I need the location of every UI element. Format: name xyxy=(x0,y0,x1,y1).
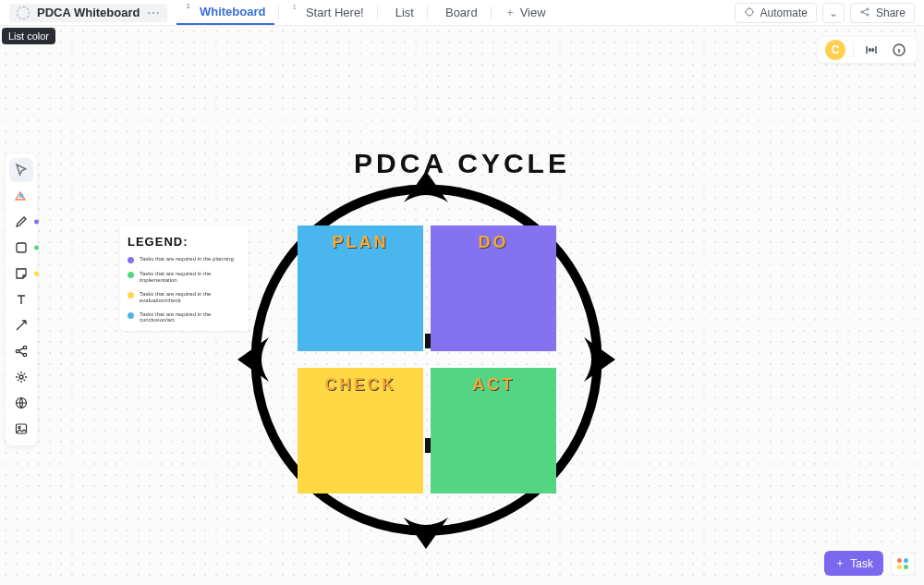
share-button[interactable]: Share xyxy=(850,3,915,23)
tab-label: View xyxy=(520,6,546,19)
divider xyxy=(377,6,378,19)
tab-label: Board xyxy=(445,6,478,19)
top-right-actions: Automate ⌄ Share xyxy=(735,0,915,26)
fit-width-button[interactable] xyxy=(861,40,881,60)
quad-plan[interactable]: PLAN xyxy=(298,225,423,351)
tool-ai[interactable] xyxy=(9,365,33,389)
divider xyxy=(491,6,492,19)
tool-relations[interactable] xyxy=(9,339,33,363)
info-button[interactable] xyxy=(889,40,909,60)
legend-dot xyxy=(128,292,134,299)
tab-badge: 1 xyxy=(292,3,296,11)
tool-web[interactable] xyxy=(9,391,33,415)
center-mark xyxy=(425,334,431,348)
divider xyxy=(853,42,854,58)
divider xyxy=(278,6,279,19)
pdca-quadrants[interactable]: PLAN DO CHECK ACT xyxy=(298,225,556,497)
share-label: Share xyxy=(876,6,906,19)
tool-select[interactable] xyxy=(9,158,33,182)
chevron-down-icon: ⌄ xyxy=(829,6,838,19)
automate-button[interactable]: Automate xyxy=(735,3,817,23)
legend-text: Tasks that are required in the planning xyxy=(140,256,234,262)
legend-dot xyxy=(128,272,134,278)
tool-sticky[interactable] xyxy=(9,262,33,286)
tool-square[interactable] xyxy=(9,236,33,260)
tool-text[interactable] xyxy=(9,287,33,311)
legend-text: Tasks that are required in the implement… xyxy=(140,271,241,284)
tab-board[interactable]: Board xyxy=(432,0,487,25)
tool-pen[interactable] xyxy=(9,210,33,234)
title-menu-icon[interactable]: ⋯ xyxy=(147,6,160,20)
whiteboard-title[interactable]: PDCA CYCLE xyxy=(354,148,570,179)
square-color-dot xyxy=(34,246,39,250)
legend-header: LEGEND: xyxy=(128,235,241,249)
view-tabs: 1 Whiteboard 1 Start Here! List B xyxy=(176,0,554,25)
task-label: Task xyxy=(850,557,873,570)
tab-add-view[interactable]: ＋ View xyxy=(495,0,555,25)
legend-text: Tasks that are required in the evaluatio… xyxy=(140,291,241,304)
automate-dropdown[interactable]: ⌄ xyxy=(822,3,845,23)
tool-image[interactable] xyxy=(9,417,33,441)
top-bar: PDCA Whiteboard ⋯ 1 Whiteboard 1 Start H… xyxy=(0,0,924,26)
tab-label: Whiteboard xyxy=(200,5,266,18)
avatar[interactable]: C xyxy=(825,40,845,60)
plus-icon: ＋ xyxy=(505,5,516,20)
tooltip-list-color: List color xyxy=(2,28,55,44)
tool-rail xyxy=(6,153,37,445)
page-title: PDCA Whiteboard xyxy=(37,6,140,19)
tab-badge: 1 xyxy=(186,2,189,10)
tab-list[interactable]: List xyxy=(382,0,423,25)
tab-whiteboard[interactable]: 1 Whiteboard xyxy=(176,0,274,25)
quad-do[interactable]: DO xyxy=(431,225,556,351)
share-icon xyxy=(859,6,870,20)
legend-item: Tasks that are required in the implement… xyxy=(128,271,241,284)
svg-point-7 xyxy=(867,13,869,15)
canvas-controls: C xyxy=(818,37,917,63)
tab-label: Start Here! xyxy=(306,6,364,19)
divider xyxy=(427,6,428,19)
tab-start-here[interactable]: 1 Start Here! xyxy=(283,0,372,25)
bottom-right-actions: ＋ Task xyxy=(824,551,915,576)
svg-point-10 xyxy=(16,349,18,352)
apps-button[interactable] xyxy=(891,552,915,576)
legend-item: Tasks that are required in the evaluatio… xyxy=(128,291,241,304)
svg-rect-9 xyxy=(17,243,26,252)
center-mark-2 xyxy=(425,438,431,453)
automate-icon xyxy=(744,6,755,20)
sticky-color-dot xyxy=(34,272,39,276)
plus-icon: ＋ xyxy=(834,555,845,571)
svg-point-16 xyxy=(18,426,20,428)
legend-item: Tasks that are required in the planning xyxy=(128,256,241,263)
tool-connector[interactable] xyxy=(9,313,33,337)
svg-point-11 xyxy=(23,346,26,348)
legend-card[interactable]: LEGEND: Tasks that are required in the p… xyxy=(120,225,249,331)
legend-dot xyxy=(128,312,134,319)
pen-color-dot xyxy=(34,220,39,225)
svg-point-6 xyxy=(867,7,869,9)
svg-point-4 xyxy=(746,8,753,16)
automate-label: Automate xyxy=(760,6,808,19)
list-title-chip[interactable]: PDCA Whiteboard ⋯ xyxy=(9,4,167,22)
svg-point-13 xyxy=(19,375,23,379)
legend-text: Tasks that are required in the conclusio… xyxy=(140,311,241,324)
svg-point-12 xyxy=(23,353,26,356)
tool-shapes-color[interactable] xyxy=(9,184,33,208)
tab-label: List xyxy=(395,6,414,19)
legend-dot xyxy=(128,257,134,263)
quad-check[interactable]: CHECK xyxy=(298,368,423,494)
legend-item: Tasks that are required in the conclusio… xyxy=(128,311,241,324)
quad-act[interactable]: ACT xyxy=(431,368,556,494)
new-task-button[interactable]: ＋ Task xyxy=(824,551,883,576)
svg-point-5 xyxy=(861,10,863,12)
list-color-icon[interactable] xyxy=(17,6,30,19)
